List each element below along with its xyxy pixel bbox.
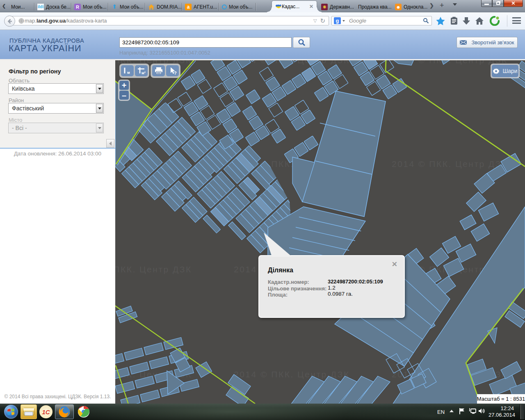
svg-text:2014 © ПКК. Центр ДЗК: 2014 © ПКК. Центр ДЗК <box>234 370 350 379</box>
svg-text:2014 © ПКК. Центр ДЗК: 2014 © ПКК. Центр ДЗК <box>392 159 508 169</box>
svg-text:м²: м² <box>142 71 146 75</box>
svg-text:м: м <box>127 71 130 75</box>
svg-text:?: ? <box>174 71 177 75</box>
svg-text:2014 © ПКК. Центр ДЗК: 2014 © ПКК. Центр ДЗК <box>115 265 192 274</box>
